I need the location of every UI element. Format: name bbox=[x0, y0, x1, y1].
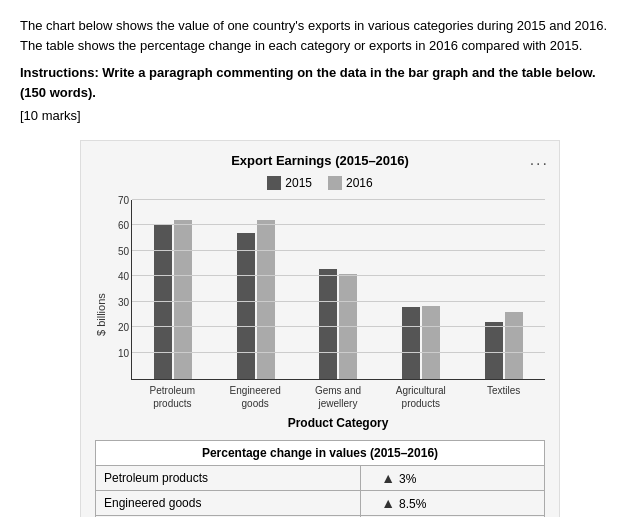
more-options-icon[interactable]: ... bbox=[530, 151, 549, 169]
arrow-up-icon: ▲ bbox=[381, 495, 399, 511]
percentage-table: Percentage change in values (2015–2016) … bbox=[95, 440, 545, 518]
bar-2016 bbox=[505, 312, 523, 378]
legend-2016-label: 2016 bbox=[346, 176, 373, 190]
legend-2015-box bbox=[267, 176, 281, 190]
bar-2016 bbox=[422, 306, 440, 379]
x-axis-label: Agriculturalproducts bbox=[379, 384, 462, 410]
chart-inner: 10203040506070 PetroleumproductsEngineer… bbox=[131, 200, 545, 430]
y-tick-label: 10 bbox=[118, 347, 129, 358]
table-row: Engineered goods▲ 8.5% bbox=[96, 490, 545, 515]
table-row: Petroleum products▲ 3% bbox=[96, 465, 545, 490]
legend-2016-box bbox=[328, 176, 342, 190]
table-value: ▲ 3% bbox=[361, 465, 545, 490]
grid-line bbox=[132, 301, 545, 302]
y-tick-label: 30 bbox=[118, 296, 129, 307]
instructions-text: Instructions: Write a paragraph commenti… bbox=[20, 63, 620, 102]
chart-container: ... Export Earnings (2015–2016) 2015 201… bbox=[80, 140, 560, 518]
bar-2016 bbox=[257, 220, 275, 379]
chart-plot-area: 10203040506070 bbox=[131, 200, 545, 380]
grid-line bbox=[132, 352, 545, 353]
y-tick-label: 50 bbox=[118, 245, 129, 256]
table-category: Engineered goods bbox=[96, 490, 361, 515]
bar-2015 bbox=[402, 307, 420, 379]
intro-text: The chart below shows the value of one c… bbox=[20, 16, 620, 55]
legend-2016: 2016 bbox=[328, 176, 373, 190]
y-tick-label: 70 bbox=[118, 194, 129, 205]
bar-2016 bbox=[174, 220, 192, 379]
y-tick-label: 20 bbox=[118, 322, 129, 333]
grid-line bbox=[132, 250, 545, 251]
grid-line bbox=[132, 326, 545, 327]
x-axis-label: Engineeredgoods bbox=[214, 384, 297, 410]
legend-2015-label: 2015 bbox=[285, 176, 312, 190]
grid-line bbox=[132, 224, 545, 225]
table-section: Percentage change in values (2015–2016) … bbox=[95, 440, 545, 518]
bar-2015 bbox=[485, 322, 503, 378]
chart-legend: 2015 2016 bbox=[95, 176, 545, 190]
x-axis-label: Gems andjewellery bbox=[297, 384, 380, 410]
y-axis-container: $ billions 10203040506070 Petroleumprodu… bbox=[95, 200, 545, 430]
marks-text: [10 marks] bbox=[20, 106, 620, 126]
chart-title: Export Earnings (2015–2016) bbox=[95, 153, 545, 168]
x-axis-labels: PetroleumproductsEngineeredgoodsGems and… bbox=[131, 384, 545, 410]
table-header: Percentage change in values (2015–2016) bbox=[96, 440, 545, 465]
table-category: Petroleum products bbox=[96, 465, 361, 490]
legend-2015: 2015 bbox=[267, 176, 312, 190]
grid-line bbox=[132, 199, 545, 200]
y-tick-label: 60 bbox=[118, 220, 129, 231]
bar-2015 bbox=[319, 269, 337, 379]
grid-line bbox=[132, 275, 545, 276]
table-value: ▲ 8.5% bbox=[361, 490, 545, 515]
x-axis-title: Product Category bbox=[131, 416, 545, 430]
x-axis-label: Textiles bbox=[462, 384, 545, 410]
y-tick-label: 40 bbox=[118, 271, 129, 282]
bar-2015 bbox=[237, 233, 255, 379]
y-axis-label: $ billions bbox=[95, 200, 107, 430]
x-axis-label: Petroleumproducts bbox=[131, 384, 214, 410]
arrow-up-icon: ▲ bbox=[381, 470, 399, 486]
